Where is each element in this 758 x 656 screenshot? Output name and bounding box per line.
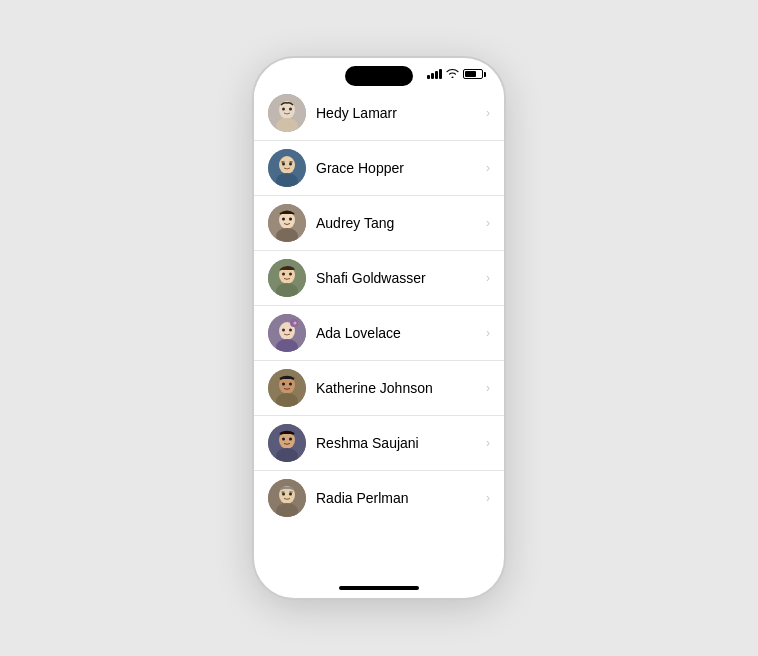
avatar: [268, 259, 306, 297]
avatar: [268, 94, 306, 132]
contact-name: Ada Lovelace: [316, 325, 482, 341]
chevron-right-icon: ›: [486, 436, 490, 450]
contact-name: Hedy Lamarr: [316, 105, 482, 121]
home-indicator: [254, 580, 504, 598]
avatar: [268, 424, 306, 462]
list-item[interactable]: Ada Lovelace ›: [254, 306, 504, 361]
list-item[interactable]: Grace Hopper ›: [254, 141, 504, 196]
chevron-right-icon: ›: [486, 216, 490, 230]
avatar: [268, 314, 306, 352]
svg-point-35: [282, 438, 285, 441]
list-item[interactable]: Reshma Saujani ›: [254, 416, 504, 471]
avatar: [268, 369, 306, 407]
svg-point-26: [294, 322, 297, 325]
contact-name: Reshma Saujani: [316, 435, 482, 451]
svg-point-6: [279, 156, 295, 174]
svg-point-36: [289, 438, 292, 441]
signal-icon: [427, 69, 442, 79]
contact-name: Katherine Johnson: [316, 380, 482, 396]
list-item[interactable]: Radia Perlman ›: [254, 471, 504, 525]
dynamic-island: [345, 66, 413, 86]
avatar: [268, 479, 306, 517]
svg-point-30: [282, 383, 285, 386]
chevron-right-icon: ›: [486, 326, 490, 340]
phone-frame: Hedy Lamarr › Grace Hopper ›: [254, 58, 504, 598]
list-item[interactable]: Katherine Johnson ›: [254, 361, 504, 416]
contact-name: Grace Hopper: [316, 160, 482, 176]
contact-name: Radia Perlman: [316, 490, 482, 506]
list-item[interactable]: Audrey Tang ›: [254, 196, 504, 251]
battery-icon: [463, 69, 486, 79]
chevron-right-icon: ›: [486, 491, 490, 505]
chevron-right-icon: ›: [486, 106, 490, 120]
contact-name: Shafi Goldwasser: [316, 270, 482, 286]
chevron-right-icon: ›: [486, 271, 490, 285]
contacts-list[interactable]: Hedy Lamarr › Grace Hopper ›: [254, 86, 504, 580]
wifi-icon: [446, 68, 459, 80]
list-item[interactable]: Shafi Goldwasser ›: [254, 251, 504, 306]
svg-point-24: [289, 329, 292, 332]
home-bar: [339, 586, 419, 590]
svg-point-13: [282, 218, 285, 221]
status-icons: [427, 68, 486, 80]
svg-point-3: [282, 108, 285, 111]
contact-name: Audrey Tang: [316, 215, 482, 231]
avatar: [268, 204, 306, 242]
svg-point-14: [289, 218, 292, 221]
chevron-right-icon: ›: [486, 381, 490, 395]
svg-point-4: [289, 108, 292, 111]
list-item[interactable]: Hedy Lamarr ›: [254, 86, 504, 141]
svg-point-18: [282, 273, 285, 276]
svg-point-19: [289, 273, 292, 276]
avatar: [268, 149, 306, 187]
chevron-right-icon: ›: [486, 161, 490, 175]
svg-point-31: [289, 383, 292, 386]
status-bar: [254, 58, 504, 86]
svg-point-23: [282, 329, 285, 332]
